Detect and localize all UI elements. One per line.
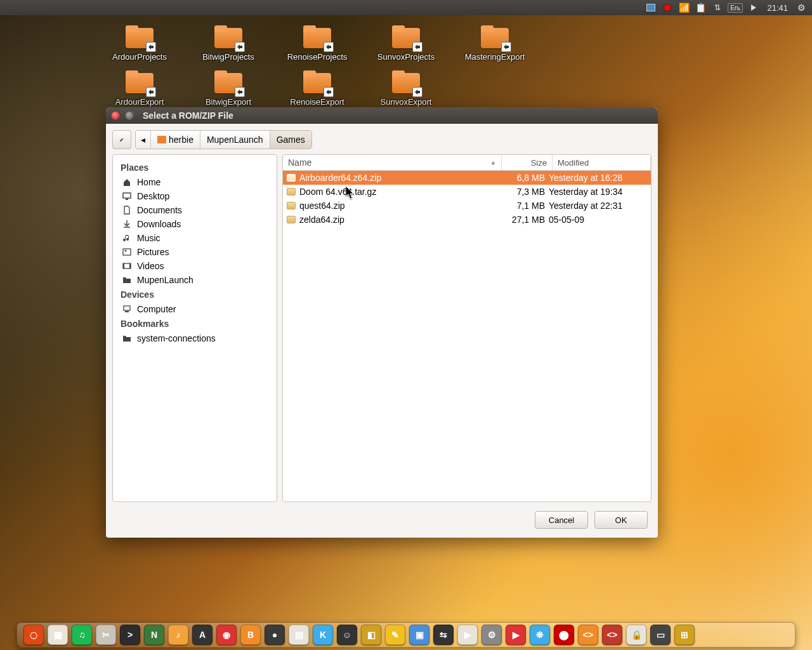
dock-ardour[interactable]: A	[192, 625, 213, 645]
cancel-button[interactable]: Cancel	[535, 511, 588, 529]
archive-icon	[287, 174, 296, 182]
dock-monitor[interactable]: ▭	[650, 625, 671, 645]
sidebar-item-downloads[interactable]: Downloads	[113, 217, 277, 231]
column-name[interactable]: Name▲	[283, 155, 502, 170]
dock-devtool[interactable]: <>	[602, 625, 622, 645]
breadcrumb-mupenlaunch[interactable]: MupenLaunch	[200, 131, 270, 149]
ok-button[interactable]: OK	[594, 511, 648, 529]
sidebar-item-home[interactable]: Home	[113, 175, 277, 189]
sidebar-item-label: Home	[137, 177, 160, 187]
breadcrumb-herbie[interactable]: herbie	[151, 131, 200, 149]
dock-rhythmbox[interactable]: ♪	[168, 625, 188, 645]
sidebar-item-computer[interactable]: Computer	[113, 302, 277, 316]
window-title: Select a ROM/ZIP File	[143, 110, 233, 121]
pictures-icon	[122, 247, 132, 257]
dock-vpn[interactable]: 🔒	[626, 625, 646, 645]
dock-notes[interactable]: ✎	[385, 625, 405, 645]
home-icon	[122, 177, 132, 187]
record-indicator-icon[interactable]	[662, 2, 673, 13]
file-name: quest64.zip	[299, 201, 345, 211]
file-size: 7,1 MB	[498, 201, 549, 211]
sidebar-item-music[interactable]: Music	[113, 231, 277, 245]
windows-indicator-icon[interactable]	[645, 2, 657, 13]
home-icon	[157, 136, 166, 143]
volume-icon[interactable]	[748, 2, 759, 13]
dock-recorder[interactable]: ●	[265, 625, 285, 645]
window-close-button[interactable]	[111, 111, 120, 120]
dock-files[interactable]: ▦	[48, 625, 68, 645]
dock-grid[interactable]: ⊞	[674, 625, 695, 645]
dock-ubuntu[interactable]: ◌	[23, 625, 44, 645]
language-indicator[interactable]: En₁	[728, 3, 743, 13]
desktop-folder-masteringexport[interactable]: MasteringExport	[450, 25, 539, 62]
dock-play[interactable]: ▶	[506, 625, 526, 645]
file-size: 7,3 MB	[498, 187, 549, 197]
dock-game1[interactable]: ☺	[337, 625, 357, 645]
folder-icon	[122, 275, 132, 285]
file-size: 27,1 MB	[498, 215, 549, 225]
file-chooser-dialog: Select a ROM/ZIP File ◂ herbie MupenLaun…	[106, 107, 658, 538]
dock-image[interactable]: ▣	[409, 625, 429, 645]
desktop-folder-renoiseprojects[interactable]: RenoiseProjects	[273, 25, 362, 62]
settings-gear-icon[interactable]: ⚙	[796, 2, 807, 13]
dock-code[interactable]: <>	[578, 625, 598, 645]
desktop-icons: ArdourProjects BitwigProjects RenoisePro…	[0, 25, 812, 107]
dock-calendar[interactable]: ▤	[289, 625, 309, 645]
dock-video-editor[interactable]: ✂	[96, 625, 116, 645]
archive-icon	[287, 202, 296, 209]
clock[interactable]: 21:41	[764, 3, 790, 13]
sidebar-item-videos[interactable]: Videos	[113, 259, 277, 273]
file-row[interactable]: Airboarder64.z64.zip 6,8 MB Yesterday at…	[283, 171, 651, 185]
desktop-folder-sunvoxexport[interactable]: SunvoxExport	[362, 70, 450, 107]
dock-shutter[interactable]: ❋	[530, 625, 550, 645]
breadcrumb-back[interactable]: ◂	[136, 131, 151, 149]
desktop-icon	[122, 191, 132, 201]
desktop-folder-renoiseexport[interactable]: RenoiseExport	[273, 70, 362, 107]
sidebar-item-documents[interactable]: Documents	[113, 203, 277, 217]
shortcut-badge-icon	[501, 42, 511, 52]
titlebar[interactable]: Select a ROM/ZIP File	[106, 107, 658, 124]
sidebar-item-pictures[interactable]: Pictures	[113, 245, 277, 259]
calendar-icon[interactable]: 📋	[695, 2, 706, 13]
folder-icon	[302, 25, 332, 51]
file-name: Airboarder64.z64.zip	[299, 173, 381, 183]
dock-gear[interactable]: ⚙	[481, 625, 502, 645]
dock-youtube[interactable]: ▶	[457, 625, 478, 645]
desktop-folder-bitwigexport[interactable]: BitwigExport	[184, 70, 273, 107]
dock-record[interactable]: ⬤	[554, 625, 574, 645]
edit-path-button[interactable]	[112, 130, 131, 149]
dock-package[interactable]: ◧	[361, 625, 381, 645]
file-modified: Yesterday at 19:34	[549, 187, 647, 197]
desktop-folder-bitwigprojects[interactable]: BitwigProjects	[184, 25, 273, 62]
dock-terminal[interactable]: >	[120, 625, 140, 645]
sidebar-item-desktop[interactable]: Desktop	[113, 189, 277, 203]
dock-mupen64[interactable]: N	[144, 625, 164, 645]
dock-mixxx[interactable]: ◉	[216, 625, 237, 645]
sidebar-item-mupenlaunch[interactable]: MupenLaunch	[113, 273, 277, 287]
file-row[interactable]: Doom 64.v64.tar.gz 7,3 MB Yesterday at 1…	[283, 185, 651, 199]
dock-spotify[interactable]: ♫	[72, 625, 92, 645]
desktop-folder-sunvoxprojects[interactable]: SunvoxProjects	[362, 25, 450, 62]
dock-kde[interactable]: K	[313, 625, 333, 645]
file-size: 6,8 MB	[498, 173, 549, 183]
desktop-folder-ardourprojects[interactable]: ArdourProjects	[95, 25, 184, 62]
videos-icon	[122, 261, 132, 271]
desktop-folder-ardourexport[interactable]: ArdourExport	[95, 70, 184, 107]
column-size[interactable]: Size	[502, 155, 553, 170]
bookmarks-header: Bookmarks	[113, 316, 277, 331]
file-rows[interactable]: Airboarder64.z64.zip 6,8 MB Yesterday at…	[283, 171, 651, 501]
network-icon[interactable]: ⇅	[711, 2, 723, 13]
svg-rect-5	[123, 263, 124, 269]
sidebar-item-system-connections[interactable]: system-connections	[113, 331, 277, 345]
dock-converter[interactable]: ⇆	[433, 625, 454, 645]
column-modified[interactable]: Modified	[553, 155, 651, 170]
file-modified: 05-05-09	[549, 215, 647, 225]
breadcrumb-games[interactable]: Games	[270, 131, 311, 149]
window-minimize-button[interactable]	[125, 111, 134, 120]
file-row[interactable]: zelda64.zip 27,1 MB 05-05-09	[283, 213, 651, 227]
folder-icon	[124, 70, 155, 96]
dock-bitwig[interactable]: B	[240, 625, 261, 645]
file-row[interactable]: quest64.zip 7,1 MB Yesterday at 22:31	[283, 199, 651, 213]
sort-indicator-icon: ▲	[490, 159, 496, 166]
wifi-icon[interactable]: 📶	[678, 2, 690, 13]
